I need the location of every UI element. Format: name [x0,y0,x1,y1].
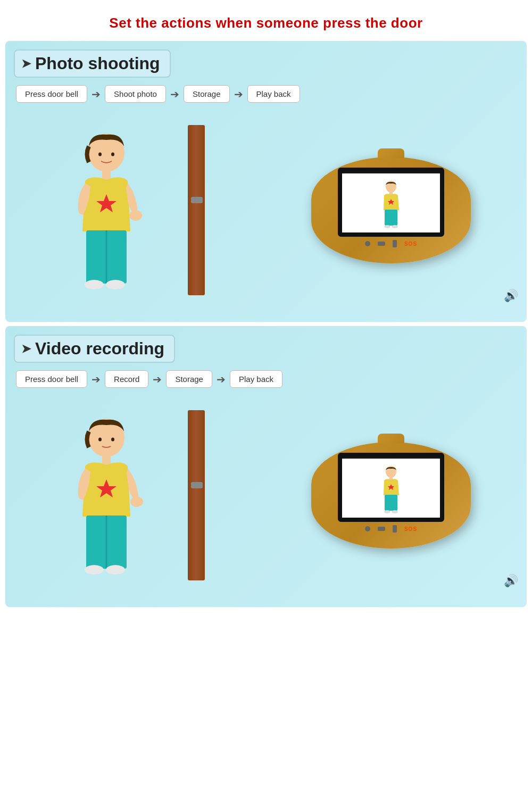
step-press-doorbell-video: Press door bell [16,370,87,388]
step-shoot-photo: Shoot photo [105,85,166,103]
svg-point-17 [98,438,102,442]
arrow-3-photo: ➔ [234,88,243,101]
page-header: Set the actions when someone press the d… [0,0,532,41]
device-body-photo: SOS [311,157,471,263]
video-recording-section: ➤ Video recording Press door bell ➔ Reco… [5,326,527,607]
door-handle-photo [191,197,203,203]
power-btn-video[interactable] [365,526,370,531]
bullet-icon-photo: ➤ [21,57,31,71]
bullet-icon-video: ➤ [21,342,31,356]
flow-row-photo: Press door bell ➔ Shoot photo ➔ Storage … [5,85,527,103]
door-video [188,410,205,580]
arrow-2-video: ➔ [153,373,162,386]
svg-point-1 [98,153,102,156]
page-title: Set the actions when someone press the d… [11,15,521,31]
device-buttons-video: SOS [365,525,417,533]
svg-point-8 [85,280,104,289]
device-top-bump-video [378,434,404,443]
photo-shooting-section: ➤ Photo shooting Press door bell ➔ Shoot… [5,41,527,322]
svg-point-31 [392,510,398,513]
section-title-box-photo: ➤ Photo shooting [14,49,171,78]
screen-person-video [377,464,406,515]
door-handle-video [191,482,203,488]
svg-rect-19 [102,454,111,465]
svg-point-18 [111,438,114,442]
power-btn-photo[interactable] [365,241,370,246]
menu-btn-photo[interactable] [378,242,385,246]
step-storage-video: Storage [166,370,212,388]
arrow-2-photo: ➔ [170,88,179,101]
sos-label-photo[interactable]: SOS [404,241,417,247]
device-top-bump-photo [378,148,404,158]
sound-icon-video: 🔊 [504,574,518,588]
arrow-1-video: ➔ [92,373,101,386]
screen-person-photo [377,179,406,230]
svg-rect-3 [102,169,111,180]
temp-btn-photo[interactable] [393,240,397,247]
menu-btn-video[interactable] [378,527,385,531]
content-area-video: SOS 🔊 [5,394,527,596]
device-buttons-photo: SOS [365,240,417,247]
svg-point-21 [130,496,143,507]
door-photo [188,125,205,295]
step-playback-photo: Play back [247,85,300,103]
flow-row-video: Press door bell ➔ Record ➔ Storage ➔ Pla… [5,370,527,388]
sos-label-video[interactable]: SOS [404,526,417,532]
svg-point-5 [129,210,142,221]
step-record-video: Record [105,370,148,388]
svg-point-2 [111,153,114,156]
section-title-photo: Photo shooting [35,54,160,73]
section-title-video: Video recording [35,339,164,359]
step-press-doorbell-photo: Press door bell [16,85,87,103]
arrow-3-video: ➔ [217,373,226,386]
svg-point-9 [106,280,125,289]
device-screen-photo [338,168,444,237]
scene-left-video [51,400,221,591]
device-container-photo: SOS [301,120,481,301]
temp-btn-video[interactable] [393,525,397,533]
step-playback-video: Play back [230,370,282,388]
svg-point-24 [85,565,104,575]
person-figure-photo [56,125,157,306]
svg-point-25 [106,565,125,575]
section-title-box-video: ➤ Video recording [14,335,175,363]
svg-rect-13 [385,210,397,226]
device-screen-video [338,453,444,522]
arrow-1-photo: ➔ [92,88,101,101]
content-area-photo: SOS 🔊 [5,109,527,311]
step-storage-photo: Storage [184,85,230,103]
person-figure-video [56,410,157,591]
sound-icon-photo: 🔊 [504,289,518,303]
svg-point-30 [384,510,390,513]
svg-point-14 [384,225,390,228]
svg-point-15 [392,225,398,228]
scene-left-photo [51,114,221,306]
svg-rect-29 [385,495,397,511]
device-container-video: SOS [301,405,481,586]
device-body-video: SOS [311,442,471,548]
